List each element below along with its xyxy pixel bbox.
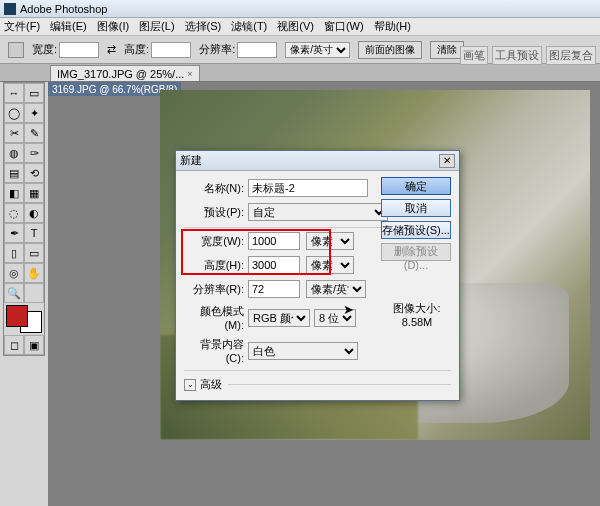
menubar: 文件(F) 编辑(E) 图像(I) 图层(L) 选择(S) 滤镜(T) 视图(V… bbox=[0, 18, 600, 36]
bg-label: 背景内容(C): bbox=[184, 337, 244, 364]
document-tabs: IMG_3170.JPG @ 25%/...× bbox=[0, 64, 600, 82]
chevron-icon: ⌄ bbox=[184, 379, 196, 391]
height-unit[interactable]: 像素 bbox=[306, 256, 354, 274]
ps-icon bbox=[4, 3, 16, 15]
advanced-toggle[interactable]: ⌄高级 bbox=[184, 377, 451, 392]
height-input[interactable] bbox=[248, 256, 300, 274]
menu-help[interactable]: 帮助(H) bbox=[374, 19, 411, 34]
screenmode[interactable]: ▣ bbox=[24, 335, 44, 355]
ok-button[interactable]: 确定 bbox=[381, 177, 451, 195]
quickmask[interactable]: ◻ bbox=[4, 335, 24, 355]
opt-width-input[interactable] bbox=[59, 42, 99, 58]
width-input[interactable] bbox=[248, 232, 300, 250]
name-label: 名称(N): bbox=[184, 181, 244, 196]
tool-gradient[interactable]: ▦ bbox=[24, 183, 44, 203]
tool-dodge[interactable]: ◐ bbox=[24, 203, 44, 223]
close-icon[interactable]: ✕ bbox=[439, 154, 455, 168]
tab-doc-1[interactable]: IMG_3170.JPG @ 25%/...× bbox=[50, 65, 200, 81]
tool-eyedrop[interactable]: ✎ bbox=[24, 123, 44, 143]
close-icon[interactable]: × bbox=[187, 69, 192, 79]
image-size: 图像大小:8.58M bbox=[387, 301, 447, 328]
tool-marquee[interactable]: ▭ bbox=[24, 83, 44, 103]
opt-res-input[interactable] bbox=[237, 42, 277, 58]
panel-layer-comp[interactable]: 图层复合 bbox=[546, 46, 596, 65]
menu-image[interactable]: 图像(I) bbox=[97, 19, 129, 34]
res-unit[interactable]: 像素/英寸 bbox=[306, 280, 366, 298]
width-unit[interactable]: 像素 bbox=[306, 232, 354, 250]
menu-filter[interactable]: 滤镜(T) bbox=[231, 19, 267, 34]
menu-layer[interactable]: 图层(L) bbox=[139, 19, 174, 34]
mode-select[interactable]: RGB 颜色 bbox=[248, 309, 310, 327]
tool-notes[interactable]: ◎ bbox=[4, 263, 24, 283]
new-dialog: 新建 ✕ 确定 取消 存储预设(S)... 删除预设(D)... 名称(N): … bbox=[175, 150, 460, 401]
tool-heal[interactable]: ◍ bbox=[4, 143, 24, 163]
menu-select[interactable]: 选择(S) bbox=[185, 19, 222, 34]
tool-zoom[interactable]: 🔍 bbox=[4, 283, 24, 303]
opt-height-label: 高度: bbox=[124, 42, 149, 57]
panel-brush[interactable]: 画笔 bbox=[460, 46, 488, 65]
tool-shape[interactable]: ▭ bbox=[24, 243, 44, 263]
tool-move[interactable]: ↔ bbox=[4, 83, 24, 103]
res-input[interactable] bbox=[248, 280, 300, 298]
preset-select[interactable]: 自定 bbox=[248, 203, 388, 221]
opt-height-input[interactable] bbox=[151, 42, 191, 58]
swap-icon[interactable]: ⇄ bbox=[107, 43, 116, 56]
bits-select[interactable]: 8 位 bbox=[314, 309, 356, 327]
tool-lasso[interactable]: ◯ bbox=[4, 103, 24, 123]
cancel-button[interactable]: 取消 bbox=[381, 199, 451, 217]
opt-width-label: 宽度: bbox=[32, 42, 57, 57]
name-input[interactable] bbox=[248, 179, 368, 197]
tool-brush[interactable]: ✑ bbox=[24, 143, 44, 163]
tool-blur[interactable]: ◌ bbox=[4, 203, 24, 223]
res-label: 分辨率(R): bbox=[184, 282, 244, 297]
height-label: 高度(H): bbox=[184, 258, 244, 273]
dialog-title: 新建 bbox=[180, 153, 202, 168]
mode-label: 颜色模式(M): bbox=[184, 304, 244, 331]
tool-text[interactable]: T bbox=[24, 223, 44, 243]
tool-crop[interactable]: ✂ bbox=[4, 123, 24, 143]
tool-path[interactable]: ▯ bbox=[4, 243, 24, 263]
opt-front-button[interactable]: 前面的图像 bbox=[358, 41, 422, 59]
opt-unit-select[interactable]: 像素/英寸 bbox=[285, 42, 350, 58]
tool-wand[interactable]: ✦ bbox=[24, 103, 44, 123]
menu-file[interactable]: 文件(F) bbox=[4, 19, 40, 34]
width-label: 宽度(W): bbox=[184, 234, 244, 249]
preset-label: 预设(P): bbox=[184, 205, 244, 220]
tool-history[interactable]: ⟲ bbox=[24, 163, 44, 183]
tool-hand[interactable]: ✋ bbox=[24, 263, 44, 283]
tool-blank bbox=[24, 283, 44, 303]
color-swatch[interactable] bbox=[6, 305, 42, 333]
tool-eraser[interactable]: ◧ bbox=[4, 183, 24, 203]
toolbox: ↔▭ ◯✦ ✂✎ ◍✑ ▤⟲ ◧▦ ◌◐ ✒T ▯▭ ◎✋ 🔍 ◻▣ bbox=[3, 82, 45, 356]
fg-color[interactable] bbox=[6, 305, 28, 327]
tool-stamp[interactable]: ▤ bbox=[4, 163, 24, 183]
menu-edit[interactable]: 编辑(E) bbox=[50, 19, 87, 34]
panel-tool-preset[interactable]: 工具预设 bbox=[492, 46, 542, 65]
app-title: Adobe Photoshop bbox=[20, 3, 107, 15]
crop-tool-icon[interactable] bbox=[8, 42, 24, 58]
opt-res-label: 分辨率: bbox=[199, 42, 235, 57]
tool-pen[interactable]: ✒ bbox=[4, 223, 24, 243]
bg-select[interactable]: 白色 bbox=[248, 342, 358, 360]
menu-window[interactable]: 窗口(W) bbox=[324, 19, 364, 34]
menu-view[interactable]: 视图(V) bbox=[277, 19, 314, 34]
